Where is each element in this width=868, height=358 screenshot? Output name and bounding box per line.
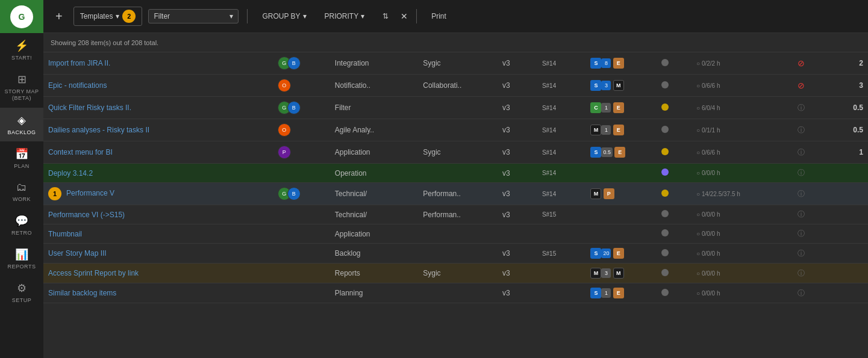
work-icon: 🗂 <box>16 181 27 194</box>
sidebar-item-reports[interactable]: 📊 REPORTS <box>0 242 43 276</box>
avatar: B <box>287 101 301 114</box>
row-category: Technical/ <box>330 183 418 205</box>
row-status <box>657 164 692 183</box>
close-button[interactable]: ✕ <box>401 11 408 21</box>
row-estimate: ○ 14/22.5/37.5 h <box>692 183 793 205</box>
sidebar-item-retro[interactable]: 💬 RETRO <box>0 208 43 242</box>
table-row[interactable]: Dailies analyses - Risky tasks IIOAgile … <box>43 119 868 141</box>
row-name[interactable]: Thumbnail <box>43 224 273 244</box>
status-dot <box>661 126 669 133</box>
sidebar-item-start[interactable]: ⚡ START! <box>0 33 43 67</box>
filter-input[interactable]: Filter ▾ <box>148 9 239 23</box>
sort-button[interactable]: ⇅ <box>376 10 395 23</box>
table-row[interactable]: User Story Map IIIBacklogv3S#15S20 E○ 0/… <box>43 244 868 264</box>
row-name[interactable]: Epic - notifications <box>43 75 273 97</box>
table-row[interactable]: Performance VI (->S15)Technical/Performa… <box>43 205 868 224</box>
row-category: Application <box>330 141 418 164</box>
sidebar-item-storymap[interactable]: ⊞ STORY MAP(BETA) <box>0 67 43 108</box>
sidebar-label-reports: REPORTS <box>8 264 36 270</box>
table-row[interactable]: Deploy 3.14.2Operationv3S#14○ 0/0/0 hⓘ <box>43 164 868 183</box>
row-estimate: ○ 0/0/0 h <box>692 244 793 264</box>
print-button[interactable]: Print <box>425 10 452 23</box>
row-count: 2 <box>824 52 868 75</box>
sidebar-label-start: START! <box>11 55 32 61</box>
info-icon: ⓘ <box>798 126 805 134</box>
row-name[interactable]: Context menu for BI <box>43 141 273 164</box>
row-release: v3 <box>498 164 537 183</box>
info-icon: ⓘ <box>798 289 805 297</box>
row-overdue: ⓘ <box>793 183 823 205</box>
row-overdue: ⓘ <box>793 119 823 141</box>
sidebar-item-plan[interactable]: 📅 PLAN <box>0 141 43 175</box>
info-icon: ⓘ <box>798 103 805 112</box>
table-row[interactable]: Epic - notificationsONotificatio..Collab… <box>43 75 868 97</box>
priority-num-1: 8 <box>601 58 611 68</box>
table-row[interactable]: Context menu for BIPApplicationSygicv3S#… <box>43 141 868 164</box>
group-by-chevron-icon: ▾ <box>303 12 307 20</box>
row-priority <box>585 205 656 224</box>
table-row[interactable]: Import from JIRA II.GBIntegrationSygicv3… <box>43 52 868 75</box>
row-assignees: P <box>273 141 330 164</box>
row-name[interactable]: Similar backlog items <box>43 283 273 303</box>
sidebar-label-plan: PLAN <box>14 163 30 169</box>
row-name[interactable]: Dailies analyses - Risky tasks II <box>43 119 273 141</box>
row-priority: M3 M <box>585 264 656 283</box>
row-count <box>824 205 868 224</box>
status-dot <box>661 103 669 111</box>
row-count <box>824 164 868 183</box>
priority-num-1: 3 <box>601 81 611 90</box>
row-name[interactable]: Deploy 3.14.2 <box>43 164 273 183</box>
row-name[interactable]: Access Sprint Report by link <box>43 264 273 283</box>
info-icon: ⓘ <box>798 249 805 258</box>
info-icon: ⓘ <box>798 229 805 238</box>
row-estimate: ○ 0/1/1 h <box>692 119 793 141</box>
row-name[interactable]: Quick Filter Risky tasks II. <box>43 97 273 119</box>
priority-button[interactable]: PRIORITY ▾ <box>319 10 371 23</box>
setup-icon: ⚙ <box>17 282 27 295</box>
row-sprint <box>537 283 586 303</box>
row-release: v3 <box>498 283 537 303</box>
row-name[interactable]: User Story Map III <box>43 244 273 264</box>
row-release: v3 <box>498 75 537 97</box>
row-release: v3 <box>498 119 537 141</box>
row-sprint: S#15 <box>537 205 586 224</box>
app-logo[interactable]: G <box>0 0 43 33</box>
group-by-label: GROUP BY <box>262 12 300 20</box>
table-row[interactable]: Quick Filter Risky tasks II.GBFilterv3S#… <box>43 97 868 119</box>
clock-icon: ○ <box>696 211 700 218</box>
start-icon: ⚡ <box>15 39 28 52</box>
group-by-button[interactable]: GROUP BY ▾ <box>256 10 312 23</box>
row-release: v3 <box>498 97 537 119</box>
templates-button[interactable]: Templates ▾ 2 <box>73 7 143 26</box>
row-priority <box>585 164 656 183</box>
row-count <box>824 244 868 264</box>
row-name[interactable]: Import from JIRA II. <box>43 52 273 75</box>
sidebar-item-backlog[interactable]: ◈ BACKLOG <box>0 108 43 141</box>
overdue-icon: ⊘ <box>798 58 805 68</box>
row-overdue: ⊘ <box>793 75 823 97</box>
sidebar-label-storymap: STORY MAP(BETA) <box>4 88 39 102</box>
row-name[interactable]: Performance VI (->S15) <box>43 205 273 224</box>
sidebar-label-work: WORK <box>13 196 31 202</box>
table-row[interactable]: Similar backlog itemsPlanningv3S1 E○ 0/0… <box>43 283 868 303</box>
row-sprint: S#14 <box>537 52 586 75</box>
row-count: 1 <box>824 141 868 164</box>
row-category: Filter <box>330 97 418 119</box>
row-priority: S0.5 E <box>585 141 656 164</box>
sidebar: G ⚡ START! ⊞ STORY MAP(BETA) ◈ BACKLOG 📅… <box>0 0 43 358</box>
sidebar-item-work[interactable]: 🗂 WORK <box>0 175 43 208</box>
templates-label: Templates <box>80 12 113 20</box>
row-project <box>418 119 498 141</box>
add-button[interactable]: + <box>51 7 67 26</box>
priority-badge-2: E <box>613 102 624 113</box>
row-overdue: ⓘ <box>793 205 823 224</box>
table-row[interactable]: Access Sprint Report by linkReportsSygic… <box>43 264 868 283</box>
row-name[interactable]: 1Performance V <box>43 183 273 205</box>
row-assignees <box>273 224 330 244</box>
table-row[interactable]: 1Performance VGBTechnical/Performan..v3S… <box>43 183 868 205</box>
status-dot <box>661 81 669 88</box>
row-overdue: ⓘ <box>793 164 823 183</box>
table-container[interactable]: Import from JIRA II.GBIntegrationSygicv3… <box>43 52 868 358</box>
table-row[interactable]: ThumbnailApplication○ 0/0/0 hⓘ <box>43 224 868 244</box>
sidebar-item-setup[interactable]: ⚙ SETUP <box>0 276 43 309</box>
